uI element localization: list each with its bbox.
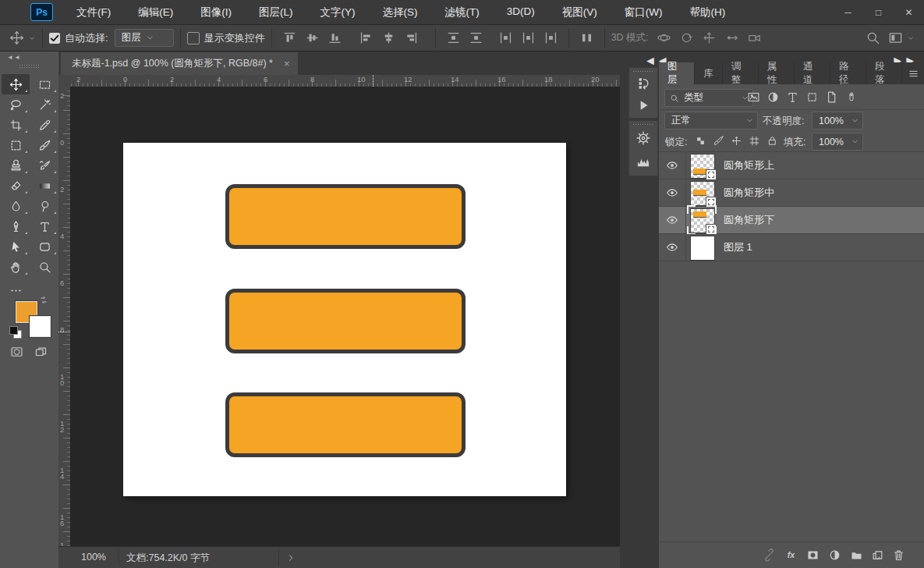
distribute-left-icon[interactable] <box>498 30 513 45</box>
tool-lasso[interactable] <box>2 94 30 115</box>
distribute-horizontal-center-icon[interactable] <box>521 30 536 45</box>
layer-name[interactable]: 圆角矩形中 <box>724 179 774 206</box>
tool-type[interactable] <box>30 216 58 236</box>
rounded-rect-bottom[interactable] <box>225 392 466 457</box>
swap-colors-icon[interactable] <box>38 295 49 305</box>
tool-frame[interactable] <box>2 135 30 155</box>
layer-row[interactable]: 圆角矩形中 <box>659 179 924 207</box>
tool-eyedropper[interactable] <box>30 115 58 135</box>
panel-group-grip[interactable] <box>632 123 653 126</box>
3d-orbit-icon[interactable] <box>657 30 671 45</box>
menu-filter[interactable]: 滤镜(T) <box>445 5 480 20</box>
chevron-down-icon[interactable] <box>28 34 36 42</box>
link-layers-icon[interactable] <box>763 548 776 562</box>
visibility-toggle[interactable] <box>659 179 686 206</box>
visibility-toggle[interactable] <box>659 152 686 179</box>
distribute-right-icon[interactable] <box>543 30 558 45</box>
horizontal-ruler[interactable]: 2 0 2 4 6 8 10 12 14 16 18 20 <box>70 75 620 87</box>
canvas[interactable] <box>123 143 566 496</box>
default-colors-icon[interactable] <box>9 326 22 338</box>
menu-file[interactable]: 文件(F) <box>76 5 111 20</box>
actions-panel-icon[interactable] <box>635 98 651 113</box>
panel-group-grip[interactable] <box>632 70 653 73</box>
3d-slide-icon[interactable] <box>724 30 739 45</box>
tool-clone-stamp[interactable] <box>2 155 30 176</box>
layer-thumbnail[interactable] <box>690 154 715 179</box>
distribute-top-icon[interactable] <box>446 30 461 45</box>
navigator-panel-icon[interactable] <box>635 130 651 146</box>
menu-window[interactable]: 窗口(W) <box>625 5 663 20</box>
auto-select-target-dropdown[interactable]: 图层 <box>115 29 174 47</box>
menu-type[interactable]: 文字(Y) <box>320 5 356 20</box>
tab-paragraph[interactable]: 段落 <box>866 62 902 84</box>
tool-magic-wand[interactable] <box>30 94 58 115</box>
menu-edit[interactable]: 编辑(E) <box>138 5 173 20</box>
tool-move[interactable] <box>2 74 30 94</box>
add-layer-mask-icon[interactable] <box>806 548 820 562</box>
tool-gradient[interactable] <box>30 176 58 196</box>
quick-mask-icon[interactable] <box>9 345 25 359</box>
new-layer-icon[interactable] <box>871 548 884 562</box>
layer-name[interactable]: 图层 1 <box>724 234 752 261</box>
background-color-swatch[interactable] <box>30 316 51 337</box>
menu-help[interactable]: 帮助(H) <box>689 5 725 20</box>
menu-view[interactable]: 视图(V) <box>562 5 597 20</box>
layer-thumbnail[interactable] <box>690 236 715 261</box>
new-group-icon[interactable] <box>850 548 863 562</box>
toolbar-grip[interactable] <box>19 64 41 68</box>
tab-layers[interactable]: 图层 <box>659 62 695 84</box>
layer-thumbnail[interactable] <box>690 181 715 206</box>
collapse-toolbar-icon[interactable]: ◄◄ <box>7 54 21 61</box>
layer-style-fx-icon[interactable]: fx <box>784 548 798 562</box>
tool-crop[interactable] <box>2 115 30 135</box>
rounded-rect-top[interactable] <box>225 184 466 249</box>
histogram-panel-icon[interactable] <box>635 154 651 169</box>
menu-layer[interactable]: 图层(L) <box>259 5 293 20</box>
layer-row-selected[interactable]: 圆角矩形下 <box>659 207 924 234</box>
layer-thumbnail[interactable] <box>690 208 715 233</box>
tool-path-select[interactable] <box>2 236 30 257</box>
filter-type-layers-icon[interactable] <box>786 91 799 104</box>
tool-marquee[interactable] <box>30 74 58 94</box>
align-vertical-center-icon[interactable] <box>305 30 320 45</box>
align-bottom-icon[interactable] <box>327 30 342 45</box>
tool-blur[interactable] <box>2 196 30 216</box>
filter-shape-layers-icon[interactable] <box>805 91 819 104</box>
tab-channels[interactable]: 通道 <box>795 62 830 84</box>
visibility-toggle[interactable] <box>659 207 686 233</box>
align-right-icon[interactable] <box>404 30 419 45</box>
lock-pixels-icon[interactable] <box>713 135 724 147</box>
document-tab[interactable]: 未标题-1.psd @ 100% (圆角矩形下, RGB/8#) * × <box>61 52 298 75</box>
3d-roll-icon[interactable] <box>679 30 694 45</box>
lock-artboard-icon[interactable] <box>749 135 760 147</box>
layer-filter-dropdown[interactable]: 类型 <box>664 89 753 107</box>
tab-adjustments[interactable]: 调整 <box>723 62 759 84</box>
layer-row[interactable]: 圆角矩形上 <box>659 151 924 179</box>
layer-row[interactable]: 图层 1 <box>659 234 924 261</box>
tab-properties[interactable]: 属性 <box>759 62 795 84</box>
tool-spot-healing[interactable] <box>30 196 58 216</box>
panel-menu-icon[interactable] <box>902 62 924 84</box>
tab-libraries[interactable]: 库 <box>695 62 723 84</box>
maximize-button[interactable]: □ <box>863 0 894 24</box>
visibility-toggle[interactable] <box>659 234 686 261</box>
opacity-dropdown[interactable]: 100% <box>812 112 863 130</box>
align-left-icon[interactable] <box>359 30 373 45</box>
tool-brush[interactable] <box>30 135 58 155</box>
delete-layer-icon[interactable] <box>892 548 905 562</box>
menu-3d[interactable]: 3D(D) <box>507 5 535 20</box>
tab-paths[interactable]: 路径 <box>830 62 866 84</box>
layer-name[interactable]: 圆角矩形下 <box>724 207 774 233</box>
search-icon[interactable] <box>866 30 880 45</box>
tool-eraser[interactable] <box>2 176 30 196</box>
chevron-down-icon[interactable] <box>907 34 915 42</box>
filter-smart-objects-icon[interactable] <box>825 91 838 104</box>
align-top-icon[interactable] <box>282 30 297 45</box>
tab-close-icon[interactable]: × <box>284 58 290 69</box>
close-button[interactable]: ✕ <box>894 0 924 24</box>
lock-position-icon[interactable] <box>731 135 742 147</box>
rounded-rect-middle[interactable] <box>225 289 466 353</box>
filter-adjustment-layers-icon[interactable] <box>766 91 780 104</box>
lock-transparency-icon[interactable] <box>695 135 706 147</box>
distribute-vertical-center-icon[interactable] <box>469 30 483 45</box>
